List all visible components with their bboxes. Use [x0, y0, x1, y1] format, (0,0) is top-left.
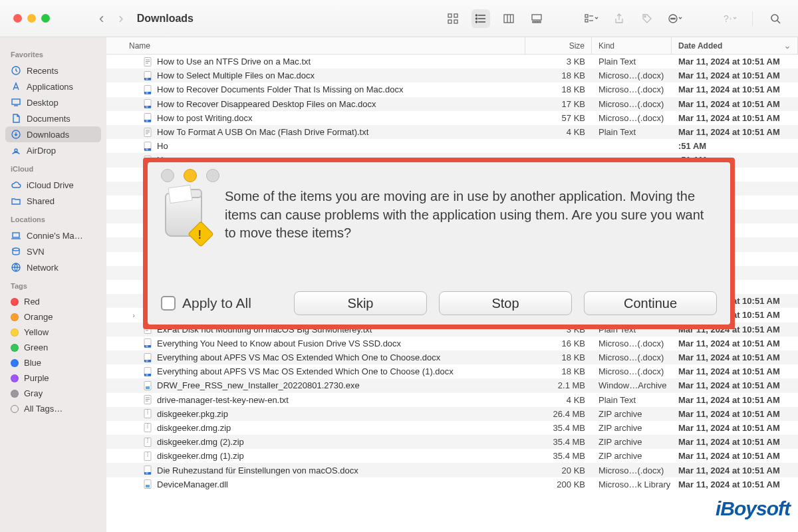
- dialog-message: Some of the items you are moving are in …: [225, 188, 717, 243]
- svg-text:W: W: [146, 344, 148, 348]
- watermark-logo: iBoysoft: [716, 497, 790, 520]
- column-header-size[interactable]: Size: [525, 37, 592, 54]
- apply-to-all-checkbox[interactable]: [161, 296, 176, 311]
- sidebar-item-connie-s-ma-[interactable]: Connie's Ma…: [5, 227, 101, 243]
- stop-button[interactable]: Stop: [439, 291, 572, 315]
- column-header-kind[interactable]: Kind: [592, 37, 672, 54]
- view-columns-button[interactable]: [499, 9, 518, 28]
- dialog-zoom-button[interactable]: [206, 169, 219, 182]
- file-row[interactable]: diskgeeker.dmg (1).zip35.4 MBZIP archive…: [106, 449, 798, 463]
- sidebar-item-airdrop[interactable]: AirDrop: [5, 142, 101, 158]
- file-name: How to Select Multiple Files on Mac.docx: [157, 70, 315, 80]
- sidebar-item-green[interactable]: Green: [5, 340, 101, 355]
- sidebar-item-desktop[interactable]: Desktop: [5, 94, 101, 110]
- file-row[interactable]: WHow to post Writing.docx57 KBMicroso…(.…: [106, 111, 798, 125]
- apply-to-all-label: Apply to All: [182, 295, 251, 311]
- file-row[interactable]: diskgeeker.dmg (2).zip35.4 MBZIP archive…: [106, 435, 798, 449]
- file-date: Mar 11, 2024 at 10:51 AM: [672, 57, 798, 66]
- sidebar-item-applications[interactable]: Applications: [5, 78, 101, 94]
- sidebar-item-label: Blue: [24, 358, 41, 368]
- dialog-minimize-button[interactable]: [184, 169, 197, 182]
- file-row[interactable]: drive-manager-test-key-new-en.txt4 KBPla…: [106, 393, 798, 407]
- sidebar-item-svn[interactable]: SVN: [5, 243, 101, 259]
- help-menu-button[interactable]: ?›: [720, 9, 739, 28]
- window-title: Downloads: [137, 13, 194, 25]
- zip-icon: [142, 408, 153, 419]
- sidebar-item-yellow[interactable]: Yellow: [5, 325, 101, 340]
- file-row[interactable]: How to Use an NTFS Drive on a Mac.txt3 K…: [106, 55, 798, 68]
- share-button[interactable]: [610, 9, 628, 28]
- view-icons-button[interactable]: [444, 9, 462, 28]
- column-header-date[interactable]: Date Added⌄: [672, 37, 798, 54]
- desktop-icon: [11, 97, 21, 108]
- svg-point-8: [476, 18, 477, 19]
- file-row[interactable]: DRW_Free_RSS_new_Installer_20220801.2730…: [106, 378, 798, 392]
- action-menu-button[interactable]: [666, 9, 684, 28]
- forward-button[interactable]: ›: [118, 10, 123, 27]
- sidebar-item-network[interactable]: Network: [5, 259, 101, 275]
- sidebar-item-downloads[interactable]: Downloads: [5, 126, 101, 142]
- cloud-icon: [11, 180, 21, 190]
- sidebar-item-orange[interactable]: Orange: [5, 309, 101, 325]
- dialog-close-button[interactable]: [161, 169, 174, 182]
- sidebar-item-all-tags-[interactable]: All Tags…: [5, 401, 101, 416]
- a-icon: [11, 81, 21, 92]
- file-date: :51 AM: [672, 141, 798, 151]
- sidebar-item-shared[interactable]: Shared: [5, 193, 101, 209]
- continue-button[interactable]: Continue: [584, 291, 717, 315]
- sidebar-item-icloud-drive[interactable]: iCloud Drive: [5, 177, 101, 193]
- move-warning-dialog: Some of the items you are moving are in …: [148, 162, 730, 325]
- apply-to-all-group[interactable]: Apply to All: [161, 295, 251, 311]
- sidebar-item-blue[interactable]: Blue: [5, 355, 101, 370]
- file-date: Mar 11, 2024 at 10:51 AM: [672, 84, 798, 94]
- sidebar-item-label: Network: [27, 263, 59, 273]
- docx-icon: W: [142, 465, 153, 475]
- sidebar-item-documents[interactable]: Documents: [5, 110, 101, 126]
- view-gallery-button[interactable]: [527, 9, 546, 28]
- file-row[interactable]: WHow to Select Multiple Files on Mac.doc…: [106, 68, 798, 82]
- group-menu-button[interactable]: [582, 9, 600, 28]
- close-window-button[interactable]: [13, 14, 22, 23]
- sidebar-item-gray[interactable]: Gray: [5, 386, 101, 401]
- svg-rect-0: [448, 14, 452, 17]
- file-size: 18 KB: [525, 366, 592, 376]
- tag-dot-icon: [11, 298, 19, 306]
- skip-button[interactable]: Skip: [294, 291, 427, 315]
- file-name: How To Format A USB On Mac (Flash Drive …: [157, 127, 368, 137]
- file-name: diskgeeker.dmg (1).zip: [157, 451, 244, 461]
- tag-dot-icon: [11, 313, 19, 321]
- back-button[interactable]: ‹: [99, 10, 104, 27]
- file-row[interactable]: How To Format A USB On Mac (Flash Drive …: [106, 125, 798, 139]
- file-size: 18 KB: [525, 352, 592, 362]
- file-name: diskgeeker.dmg.zip: [157, 423, 231, 433]
- fullscreen-window-button[interactable]: [41, 14, 50, 23]
- tag-dot-icon: [11, 359, 19, 367]
- file-date: Mar 11, 2024 at 10:51 AM: [672, 409, 798, 419]
- file-row[interactable]: WEverything about APFS VS Mac OS Extende…: [106, 364, 798, 378]
- sidebar-heading-favorites: Favorites: [11, 51, 96, 59]
- file-row[interactable]: WEverything about APFS VS Mac OS Extende…: [106, 350, 798, 364]
- tags-button[interactable]: [638, 9, 656, 28]
- txt-icon: [142, 394, 153, 405]
- file-row[interactable]: WHow to Recover Disappeared Desktop File…: [106, 97, 798, 111]
- disclosure-triangle-icon[interactable]: ›: [129, 311, 138, 319]
- column-header-name[interactable]: Name: [106, 37, 525, 54]
- file-row[interactable]: WEverything You Need to Know about Fusio…: [106, 336, 798, 350]
- docx-icon: W: [142, 98, 153, 109]
- dll-icon: [142, 479, 153, 489]
- search-button[interactable]: [766, 9, 785, 28]
- file-row[interactable]: diskgeeker.dmg.zip35.4 MBZIP archiveMar …: [106, 421, 798, 435]
- file-row[interactable]: WHow to Recover Documents Folder That Is…: [106, 82, 798, 96]
- sidebar-item-recents[interactable]: Recents: [5, 63, 101, 78]
- view-list-button[interactable]: [471, 9, 490, 28]
- sidebar-item-purple[interactable]: Purple: [5, 370, 101, 386]
- file-row[interactable]: WDie Ruhezustand für Einstellungen von m…: [106, 463, 798, 477]
- file-row[interactable]: DeviceManager.dll200 KBMicroso…k Library…: [106, 477, 798, 491]
- file-row[interactable]: WHo:51 AM: [106, 139, 798, 153]
- file-row[interactable]: diskgeeker.pkg.zip26.4 MBZIP archiveMar …: [106, 407, 798, 421]
- file-size: 2.1 MB: [525, 380, 592, 390]
- minimize-window-button[interactable]: [27, 14, 36, 23]
- trash-warning-icon: [161, 188, 209, 242]
- file-date: Mar 11, 2024 at 10:51 AM: [672, 423, 798, 433]
- sidebar-item-red[interactable]: Red: [5, 294, 101, 309]
